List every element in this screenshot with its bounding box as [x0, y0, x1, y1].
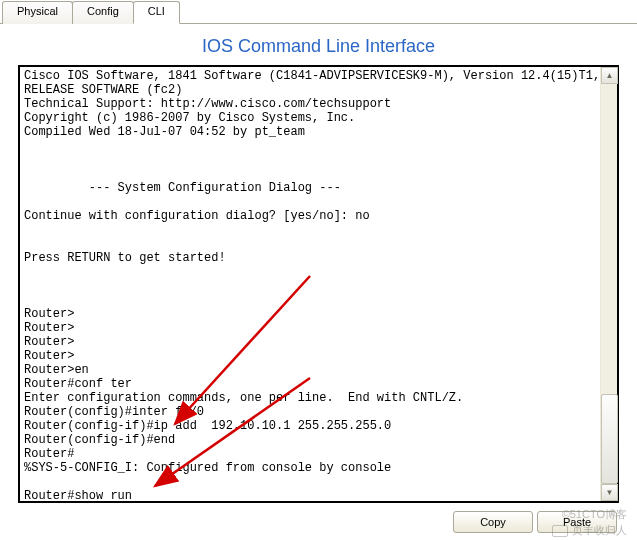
scroll-up-icon[interactable]: ▲ [601, 67, 618, 84]
tab-cli[interactable]: CLI [133, 1, 180, 24]
page-title: IOS Command Line Interface [10, 30, 627, 65]
tab-config[interactable]: Config [72, 1, 134, 24]
copy-button[interactable]: Copy [453, 511, 533, 533]
terminal-container: Cisco IOS Software, 1841 Software (C1841… [18, 65, 619, 503]
watermark: 页丰收归人 [552, 523, 627, 538]
wechat-icon [552, 525, 568, 537]
watermark-2: ©51CTO博客 [562, 507, 627, 522]
button-row: Copy Paste [10, 503, 627, 540]
scroll-down-icon[interactable]: ▼ [601, 484, 618, 501]
cli-terminal[interactable]: Cisco IOS Software, 1841 Software (C1841… [20, 67, 617, 501]
tab-strip: Physical Config CLI [0, 0, 637, 24]
scroll-thumb[interactable] [601, 394, 618, 484]
terminal-scrollbar[interactable]: ▲ ▼ [600, 67, 617, 501]
content-panel: IOS Command Line Interface Cisco IOS Sof… [0, 24, 637, 540]
tab-physical[interactable]: Physical [2, 1, 73, 24]
